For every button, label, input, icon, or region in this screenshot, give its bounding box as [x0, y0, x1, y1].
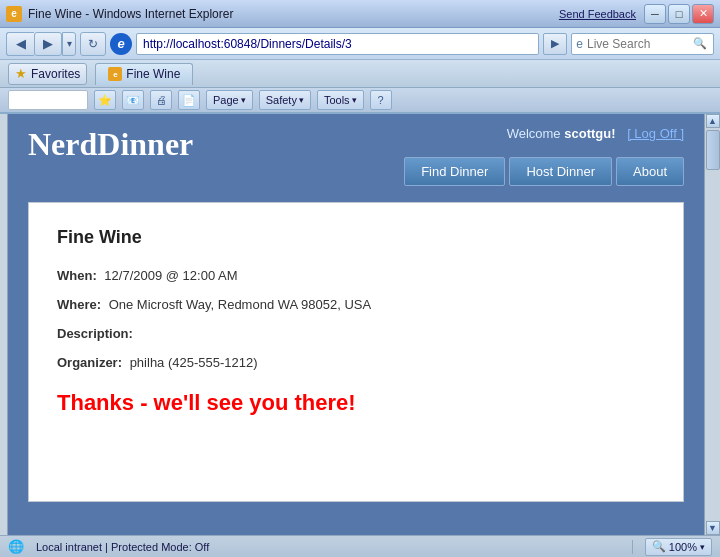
page-content-area: NerdDinner Welcome scottgu! [ Log Off ] … [0, 114, 720, 535]
toolbar-icon-1[interactable]: ⭐ [94, 90, 116, 110]
search-button[interactable]: 🔍 [691, 35, 709, 53]
zoom-chevron-icon: ▾ [700, 542, 705, 552]
search-input[interactable] [587, 37, 687, 51]
site-header: NerdDinner Welcome scottgu! [ Log Off ] … [8, 114, 704, 186]
left-scroll-track [0, 114, 8, 535]
tab-label: Fine Wine [126, 67, 180, 81]
main-content: NerdDinner Welcome scottgu! [ Log Off ] … [8, 114, 704, 535]
favorites-button[interactable]: ★ Favorites [8, 63, 87, 85]
scroll-up-button[interactable]: ▲ [706, 114, 720, 128]
title-bar: e Fine Wine - Windows Internet Explorer … [0, 0, 720, 28]
toolbar-row: ⭐ 📧 🖨 📄 Page ▾ Safety ▾ Tools ▾ ? [0, 88, 720, 114]
welcome-text: Welcome [507, 126, 561, 141]
organizer-value: philha (425-555-1212) [130, 355, 258, 370]
address-bar: ◀ ▶ ▾ ↻ e ▶ e 🔍 [0, 28, 720, 60]
where-label: Where: [57, 297, 101, 312]
tools-menu-label: Tools [324, 94, 350, 106]
welcome-message: Welcome scottgu! [ Log Off ] [507, 126, 684, 141]
nav-buttons: ◀ ▶ ▾ [6, 32, 76, 56]
favorites-bar: ★ Favorites e Fine Wine [0, 60, 720, 88]
close-button[interactable]: ✕ [692, 4, 714, 24]
status-bar: 🌐 Local intranet | Protected Mode: Off 🔍… [0, 535, 720, 557]
username: scottgu! [564, 126, 615, 141]
status-globe-icon: 🌐 [8, 539, 24, 554]
nav-dropdown-button[interactable]: ▾ [62, 32, 76, 56]
safety-menu-button[interactable]: Safety ▾ [259, 90, 311, 110]
search-box: e 🔍 [571, 33, 714, 55]
organizer-label: Organizer: [57, 355, 122, 370]
logoff-link[interactable]: [ Log Off ] [627, 126, 684, 141]
dinner-organizer: Organizer: philha (425-555-1212) [57, 355, 655, 370]
ie-logo-icon: e [110, 33, 132, 55]
window-controls: ─ □ ✕ [644, 4, 714, 24]
browser-tab-fine-wine[interactable]: e Fine Wine [95, 63, 193, 85]
zoom-button[interactable]: 🔍 100% ▾ [645, 538, 712, 556]
ie-title-icon: e [6, 6, 22, 22]
about-button[interactable]: About [616, 157, 684, 186]
dinner-when: When: 12/7/2009 @ 12:00 AM [57, 268, 655, 283]
where-value: One Microsft Way, Redmond WA 98052, USA [109, 297, 372, 312]
tools-menu-button[interactable]: Tools ▾ [317, 90, 364, 110]
header-right: Welcome scottgu! [ Log Off ] Find Dinner… [400, 126, 684, 186]
back-button[interactable]: ◀ [6, 32, 34, 56]
help-icon: ? [378, 94, 384, 106]
page-menu-button[interactable]: Page ▾ [206, 90, 253, 110]
site-logo: NerdDinner [28, 126, 193, 163]
when-value: 12/7/2009 @ 12:00 AM [104, 268, 237, 283]
forward-button[interactable]: ▶ [34, 32, 62, 56]
toolbar-spacer [8, 90, 88, 110]
refresh-button[interactable]: ↻ [80, 32, 106, 56]
dinner-description: Description: [57, 326, 655, 341]
right-scroll-track: ▲ ▼ [704, 114, 720, 535]
send-feedback-link[interactable]: Send Feedback [559, 8, 636, 20]
when-label: When: [57, 268, 97, 283]
tools-chevron-icon: ▾ [352, 95, 357, 105]
dinner-where: Where: One Microsft Way, Redmond WA 9805… [57, 297, 655, 312]
tab-icon: e [108, 67, 122, 81]
favorites-label: Favorites [31, 67, 80, 81]
browser-window: e Fine Wine - Windows Internet Explorer … [0, 0, 720, 557]
scroll-down-button[interactable]: ▼ [706, 521, 720, 535]
safety-chevron-icon: ▾ [299, 95, 304, 105]
dinner-detail-card: Fine Wine When: 12/7/2009 @ 12:00 AM Whe… [28, 202, 684, 502]
status-divider [632, 540, 633, 554]
thanks-message: Thanks - we'll see you there! [57, 390, 655, 416]
tab-area: e Fine Wine [95, 60, 193, 88]
find-dinner-button[interactable]: Find Dinner [404, 157, 505, 186]
toolbar-icon-2[interactable]: 📧 [122, 90, 144, 110]
toolbar-icon-4[interactable]: 📄 [178, 90, 200, 110]
zoom-icon: 🔍 [652, 540, 666, 553]
go-button[interactable]: ▶ [543, 33, 567, 55]
zone-text: Local intranet | Protected Mode: Off [36, 541, 209, 553]
page-menu-label: Page [213, 94, 239, 106]
dinner-title: Fine Wine [57, 227, 655, 248]
minimize-button[interactable]: ─ [644, 4, 666, 24]
help-button[interactable]: ? [370, 90, 392, 110]
favorites-star-icon: ★ [15, 66, 27, 81]
scroll-thumb[interactable] [706, 130, 720, 170]
page-chevron-icon: ▾ [241, 95, 246, 105]
safety-menu-label: Safety [266, 94, 297, 106]
site-nav: Find Dinner Host Dinner About [400, 157, 684, 186]
address-field-group: ▶ [136, 33, 567, 55]
window-title: Fine Wine - Windows Internet Explorer [28, 7, 559, 21]
toolbar-icon-3[interactable]: 🖨 [150, 90, 172, 110]
address-input[interactable] [136, 33, 539, 55]
search-box-ie-icon: e [576, 37, 583, 51]
host-dinner-button[interactable]: Host Dinner [509, 157, 612, 186]
description-label: Description: [57, 326, 133, 341]
page-body: Fine Wine When: 12/7/2009 @ 12:00 AM Whe… [8, 186, 704, 535]
zoom-level: 100% [669, 541, 697, 553]
restore-button[interactable]: □ [668, 4, 690, 24]
